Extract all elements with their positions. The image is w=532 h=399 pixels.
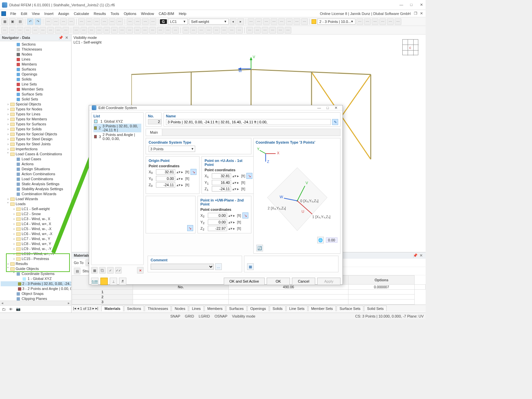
page-prev-icon[interactable]: ◂ — [77, 306, 79, 311]
nav-item[interactable]: Nodes — [1, 52, 71, 57]
nav-item[interactable]: Stability Analysis Settings — [1, 187, 71, 192]
maximize-icon[interactable]: □ — [409, 3, 414, 7]
materials-pin-icon[interactable]: 📌 — [412, 253, 419, 257]
nav-item[interactable]: Actions — [1, 162, 71, 167]
pick-point-button[interactable]: ↘ — [191, 169, 197, 175]
foot-calc-button[interactable]: 0.00 — [91, 278, 98, 285]
scroll-left-icon[interactable]: ◂ — [1, 301, 3, 305]
nav-item[interactable]: Surfaces — [1, 67, 71, 72]
nav-item[interactable]: ›Imperfections — [1, 147, 71, 152]
lc-mode-badge[interactable]: G — [160, 19, 167, 24]
dialog-maximize-icon[interactable]: □ — [324, 106, 331, 110]
comment-extra-button[interactable]: ▦ — [247, 263, 254, 270]
menu-tools[interactable]: Tools — [108, 11, 121, 16]
scroll-right-icon[interactable]: ▸ — [68, 301, 70, 305]
table-tab[interactable]: Openings — [247, 306, 269, 311]
nav-item[interactable]: ›LC3 - Wind, w-, X — [1, 216, 71, 221]
toolbar-generic-icon[interactable]: ⋯ — [213, 27, 220, 34]
toolbar-generic-icon[interactable]: ⋯ — [96, 27, 102, 34]
foot-color-button[interactable] — [100, 278, 108, 285]
toolbar-generic-icon[interactable]: ⋯ — [269, 27, 276, 34]
step-icon[interactable]: ▸ — [181, 170, 184, 174]
tool-undo-icon[interactable]: ↶ — [27, 18, 34, 25]
tool-new-icon[interactable]: ▦ — [1, 18, 8, 25]
table-tab[interactable]: Surface Sets — [336, 306, 363, 311]
status-visibility[interactable]: Visibility mode — [232, 314, 255, 318]
coord-input[interactable] — [208, 219, 227, 225]
menu-assign[interactable]: Assign — [56, 11, 71, 16]
foot-fx-button[interactable]: f! — [119, 278, 126, 285]
materials-close-icon[interactable]: ✕ — [419, 253, 424, 257]
coord-input[interactable] — [156, 182, 175, 188]
table-tab[interactable]: Thicknesses — [145, 306, 171, 311]
nav-item[interactable]: Load Cases — [1, 157, 71, 162]
toolbar-generic-icon[interactable]: ⋯ — [55, 27, 62, 34]
step-icon[interactable]: ▸ — [237, 181, 240, 185]
toolbar-generic-icon[interactable]: ⋯ — [356, 18, 363, 25]
toolbar-generic-icon[interactable]: ⋯ — [198, 27, 204, 34]
list-delete-button[interactable]: ✕ — [137, 267, 144, 274]
ok-button[interactable]: OK — [267, 278, 290, 285]
toolbar-generic-icon[interactable]: ⋯ — [190, 27, 197, 34]
comment-edit-button[interactable]: … — [215, 263, 222, 270]
step-icon[interactable]: ▸ — [237, 187, 240, 191]
menu-options[interactable]: Options — [121, 11, 139, 16]
close-icon[interactable]: ✕ — [419, 3, 424, 7]
cstype-select[interactable]: 3 Points▾ — [149, 146, 195, 152]
close-child-icon[interactable]: ✕ — [419, 11, 424, 15]
nav-item[interactable]: ›Types for Steel Joints — [1, 142, 71, 147]
nav-item[interactable]: Members — [1, 62, 71, 67]
nav-item[interactable]: Static Analysis Settings — [1, 182, 71, 187]
tool-redo-icon[interactable]: ↷ — [35, 18, 41, 25]
nav-item[interactable]: Surface Sets — [1, 92, 71, 97]
nav-item[interactable]: 1 - Global XYZ — [1, 276, 71, 281]
coord-input[interactable] — [156, 176, 175, 181]
dialog-close-icon[interactable]: ✕ — [332, 106, 340, 110]
nav-item[interactable]: Lines — [1, 57, 71, 62]
toolbar-generic-icon[interactable]: ⋯ — [285, 27, 291, 34]
tool-open-icon[interactable]: ▣ — [9, 18, 16, 25]
table-tab[interactable]: Solid Sets — [364, 306, 387, 311]
step-icon[interactable]: ▸ — [233, 226, 236, 231]
page-first-icon[interactable]: |◂ — [73, 306, 76, 311]
coord-input[interactable] — [156, 169, 175, 175]
app-menu-icon[interactable] — [1, 11, 6, 16]
toolbar-generic-icon[interactable]: ⋯ — [236, 27, 243, 34]
lc-next-icon[interactable]: ▸ — [237, 18, 244, 25]
navigator-pin-icon[interactable]: 📌 — [58, 36, 64, 40]
toolbar-generic-icon[interactable]: ⋯ — [86, 18, 92, 25]
nav-item[interactable]: Action Combinations — [1, 172, 71, 177]
toolbar-generic-icon[interactable]: ⋯ — [101, 18, 108, 25]
coord-input[interactable] — [208, 226, 227, 231]
step-icon[interactable]: ▸ — [181, 183, 184, 187]
toolbar-generic-icon[interactable]: ⋯ — [255, 18, 262, 25]
toolbar-generic-icon[interactable]: ⋯ — [103, 27, 110, 34]
nav-item[interactable]: ›Types for Special Objects — [1, 132, 71, 137]
toolbar-generic-icon[interactable]: ⋯ — [17, 27, 23, 34]
apply-button[interactable]: Apply — [317, 278, 340, 285]
list-new-button[interactable]: ▦ — [91, 267, 98, 274]
toolbar-generic-icon[interactable]: ⋯ — [157, 27, 164, 34]
toolbar-generic-icon[interactable]: ⋯ — [379, 18, 386, 25]
navigator-tree[interactable]: SectionsThicknessesNodesLinesMembersSurf… — [0, 41, 71, 301]
table-tab[interactable]: Member Sets — [308, 306, 336, 311]
edit-name-button[interactable]: ✎ — [332, 119, 338, 125]
toolbar-generic-icon[interactable]: ⋯ — [372, 18, 378, 25]
toolbar-generic-icon[interactable]: ⋯ — [183, 27, 189, 34]
step-icon[interactable]: ▸ — [181, 177, 184, 181]
toolbar-generic-icon[interactable]: ⋯ — [126, 27, 133, 34]
table-tab[interactable]: Materials — [101, 306, 123, 311]
nav-tab-data-icon[interactable]: 🗀 — [2, 307, 6, 311]
coord-input[interactable] — [212, 186, 231, 192]
nav-item[interactable]: ˅Guide Objects — [1, 266, 71, 271]
menu-help[interactable]: Help — [177, 11, 189, 16]
toolbar-generic-icon[interactable]: ⋯ — [47, 27, 54, 34]
dialog-minimize-icon[interactable]: — — [315, 106, 323, 110]
pick-point-button[interactable]: ↘ — [242, 212, 248, 218]
nav-item[interactable]: Solid Sets — [1, 97, 71, 102]
foot-axes-button[interactable]: ⟂ — [110, 278, 117, 285]
toolbar-generic-icon[interactable]: ⋯ — [9, 27, 16, 34]
spinner-icon[interactable]: ▴▾ — [232, 182, 236, 184]
list-filter-button[interactable]: ✓ — [107, 267, 114, 274]
toolbar-generic-icon[interactable]: ⋯ — [119, 27, 125, 34]
